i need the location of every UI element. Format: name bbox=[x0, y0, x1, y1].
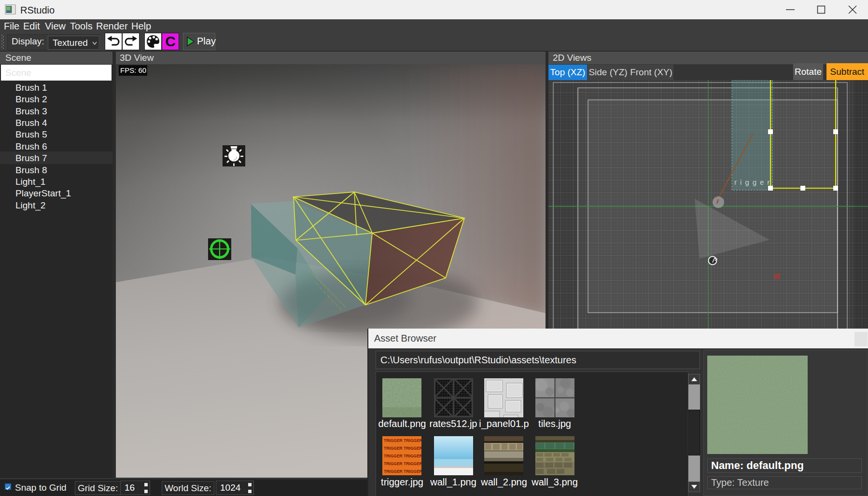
svg-text:TRIGGER: TRIGGER bbox=[404, 469, 421, 474]
svg-text:TRIGGER: TRIGGER bbox=[384, 438, 403, 443]
svg-text:rigger: rigger bbox=[734, 178, 773, 186]
svg-text:TRIGGER: TRIGGER bbox=[384, 446, 403, 451]
svg-text:TRIGGER: TRIGGER bbox=[404, 454, 421, 458]
svg-text:TRIGGER: TRIGGER bbox=[404, 446, 421, 451]
svg-text:TRIGGER: TRIGGER bbox=[404, 461, 421, 466]
svg-text:TRIGGER: TRIGGER bbox=[384, 461, 403, 466]
svg-text:TRIGGER: TRIGGER bbox=[384, 454, 403, 458]
svg-text:TRIGGER: TRIGGER bbox=[384, 469, 403, 474]
svg-text:TRIGGER: TRIGGER bbox=[404, 438, 421, 443]
